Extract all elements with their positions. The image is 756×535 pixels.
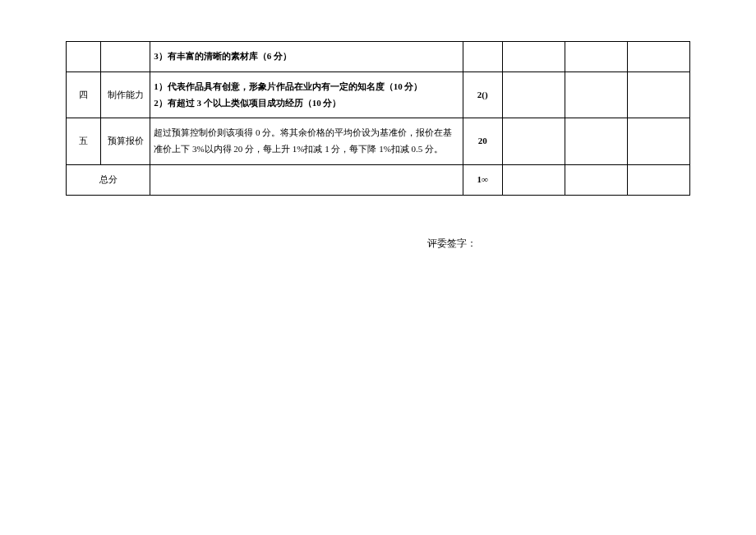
cell-blank (627, 118, 689, 165)
four-desc-line2: 2）有超过 3 个以上类似项目成功经历（10 分） (154, 95, 459, 112)
cell-material-score (463, 42, 502, 72)
cell-blank (565, 42, 627, 72)
cell-four-desc: 1）代表作品具有创意，形象片作品在业内有一定的知名度（10 分） 2）有超过 3… (150, 71, 463, 118)
cell-total-desc (150, 164, 463, 195)
cell-blank (565, 71, 627, 118)
material-desc-text: 3）有丰富的清晰的素材库（6 分） (154, 51, 292, 61)
cell-blank (502, 164, 565, 195)
judge-signature-label: 评委签字： (66, 237, 690, 251)
cell-blank (502, 118, 565, 165)
four-desc-line1: 1）代表作品具有创意，形象片作品在业内有一定的知名度（10 分） (154, 79, 459, 95)
scoring-table: 3）有丰富的清晰的素材库（6 分） 四 制作能力 1）代表作品具有创意，形象片作… (66, 41, 690, 196)
cell-blank (627, 42, 689, 72)
cell-five-category: 预算报价 (101, 118, 150, 165)
cell-blank (627, 164, 689, 195)
cell-total-score: 1∞ (463, 164, 502, 195)
cell-num-blank (67, 42, 101, 72)
cell-blank (627, 71, 689, 118)
cell-four-score: 2() (463, 71, 502, 118)
cell-cat-blank (101, 42, 150, 72)
cell-blank (565, 118, 627, 165)
cell-blank (565, 164, 627, 195)
table-row-material: 3）有丰富的清晰的素材库（6 分） (67, 42, 690, 72)
cell-total-label: 总分 (67, 164, 150, 195)
table-row-four: 四 制作能力 1）代表作品具有创意，形象片作品在业内有一定的知名度（10 分） … (67, 71, 690, 118)
cell-four-num: 四 (67, 71, 101, 118)
cell-five-score: 20 (463, 118, 502, 165)
table-row-total: 总分 1∞ (67, 164, 690, 195)
cell-four-category: 制作能力 (101, 71, 150, 118)
cell-material-desc: 3）有丰富的清晰的素材库（6 分） (150, 42, 463, 72)
cell-blank (502, 42, 565, 72)
cell-five-desc: 超过预算控制价则该项得 0 分。将其余价格的平均价设为基准价，报价在基准价上下 … (150, 118, 463, 165)
cell-five-num: 五 (67, 118, 101, 165)
table-row-five: 五 预算报价 超过预算控制价则该项得 0 分。将其余价格的平均价设为基准价，报价… (67, 118, 690, 165)
cell-blank (502, 71, 565, 118)
